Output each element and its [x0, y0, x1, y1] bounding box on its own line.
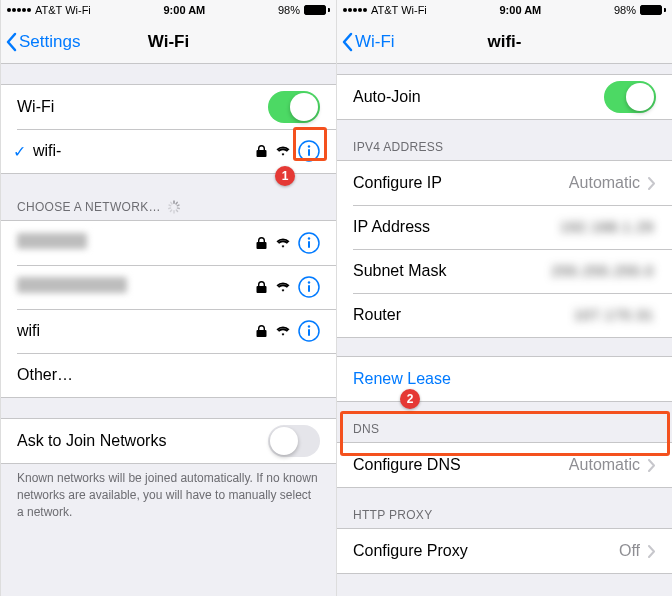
callout-1: 1: [275, 166, 295, 186]
subnet-mask-value: 255.255.255.0: [551, 263, 654, 279]
battery-percent: 98%: [614, 4, 636, 16]
wifi-icon: [276, 324, 290, 338]
configure-proxy-label: Configure Proxy: [353, 542, 619, 560]
screen-wifi-list: AT&T Wi-Fi 9:00 AM 98% Settings Wi-Fi Wi…: [0, 0, 336, 596]
clock-label: 9:00 AM: [500, 4, 542, 16]
back-button[interactable]: Settings: [1, 32, 80, 52]
subnet-mask-label: Subnet Mask: [353, 262, 551, 280]
status-bar: AT&T Wi-Fi 9:00 AM 98%: [1, 0, 336, 20]
http-proxy-header: HTTP PROXY: [337, 502, 672, 528]
info-icon[interactable]: [298, 232, 320, 254]
svg-line-12: [171, 202, 172, 204]
ip-address-row: IP Address 192.168.1.29: [337, 205, 672, 249]
ask-join-footer: Known networks will be joined automatica…: [1, 464, 336, 526]
signal-dots-icon: [343, 8, 367, 12]
ask-join-label: Ask to Join Networks: [17, 432, 268, 450]
ip-address-value: 192.168.1.29: [560, 219, 654, 235]
battery-icon: [640, 5, 666, 15]
configure-dns-row[interactable]: Configure DNS Automatic: [337, 443, 672, 487]
svg-line-7: [176, 210, 177, 212]
spinner-icon: [167, 200, 181, 214]
ask-join-switch[interactable]: [268, 425, 320, 457]
battery-percent: 98%: [278, 4, 300, 16]
configure-dns-value: Automatic: [569, 456, 640, 474]
chevron-right-icon: [648, 545, 656, 558]
network-name-blurred: [17, 233, 87, 249]
chevron-right-icon: [648, 177, 656, 190]
chevron-left-icon: [5, 32, 17, 52]
svg-rect-21: [308, 329, 310, 336]
ip-address-label: IP Address: [353, 218, 560, 236]
nav-bar: Wi-Fi wifi-: [337, 20, 672, 64]
chevron-right-icon: [648, 459, 656, 472]
back-button[interactable]: Wi-Fi: [337, 32, 395, 52]
info-icon[interactable]: [298, 276, 320, 298]
connected-network-name: wifi-: [33, 142, 254, 160]
svg-line-5: [177, 205, 179, 206]
svg-line-4: [176, 202, 177, 204]
configure-proxy-value: Off: [619, 542, 640, 560]
svg-line-6: [177, 208, 179, 209]
renew-lease-row[interactable]: Renew Lease: [337, 357, 672, 401]
subnet-mask-row: Subnet Mask 255.255.255.0: [337, 249, 672, 293]
wifi-icon: [276, 280, 290, 294]
network-name-blurred: [17, 277, 127, 293]
configure-ip-label: Configure IP: [353, 174, 569, 192]
svg-line-9: [170, 210, 171, 212]
network-name: wifi: [17, 322, 254, 340]
configure-dns-label: Configure DNS: [353, 456, 569, 474]
info-icon[interactable]: [298, 320, 320, 342]
wifi-icon: [276, 144, 290, 158]
network-row[interactable]: [1, 265, 336, 309]
battery-icon: [304, 5, 330, 15]
checkmark-icon: ✓: [13, 142, 33, 161]
configure-ip-row[interactable]: Configure IP Automatic: [337, 161, 672, 205]
back-label: Settings: [19, 32, 80, 52]
svg-rect-18: [308, 285, 310, 292]
wifi-toggle-switch[interactable]: [268, 91, 320, 123]
lock-icon: [254, 144, 268, 158]
renew-lease-label: Renew Lease: [353, 370, 656, 388]
svg-point-20: [308, 325, 310, 327]
svg-rect-2: [308, 149, 310, 156]
lock-icon: [254, 324, 268, 338]
svg-line-10: [168, 208, 170, 209]
signal-dots-icon: [7, 8, 31, 12]
other-network-row[interactable]: Other…: [1, 353, 336, 397]
back-label: Wi-Fi: [355, 32, 395, 52]
ask-join-row: Ask to Join Networks: [1, 419, 336, 463]
autojoin-label: Auto-Join: [353, 88, 604, 106]
configure-ip-value: Automatic: [569, 174, 640, 192]
wifi-toggle-row: Wi-Fi: [1, 85, 336, 129]
network-row[interactable]: [1, 221, 336, 265]
info-icon[interactable]: [298, 140, 320, 162]
autojoin-row: Auto-Join: [337, 75, 672, 119]
other-label: Other…: [17, 366, 320, 384]
ipv4-header: IPV4 ADDRESS: [337, 134, 672, 160]
carrier-label: AT&T Wi-Fi: [35, 4, 91, 16]
lock-icon: [254, 236, 268, 250]
svg-point-17: [308, 281, 310, 283]
router-row: Router 107.170.31: [337, 293, 672, 337]
dns-header: DNS: [337, 416, 672, 442]
carrier-label: AT&T Wi-Fi: [371, 4, 427, 16]
network-row[interactable]: wifi: [1, 309, 336, 353]
wifi-icon: [276, 236, 290, 250]
chevron-left-icon: [341, 32, 353, 52]
wifi-toggle-label: Wi-Fi: [17, 98, 268, 116]
configure-proxy-row[interactable]: Configure Proxy Off: [337, 529, 672, 573]
clock-label: 9:00 AM: [164, 4, 206, 16]
router-value: 107.170.31: [574, 307, 654, 323]
router-label: Router: [353, 306, 574, 324]
svg-line-11: [169, 205, 171, 206]
svg-rect-15: [308, 241, 310, 248]
svg-point-1: [308, 145, 310, 147]
lock-icon: [254, 280, 268, 294]
nav-bar: Settings Wi-Fi: [1, 20, 336, 64]
autojoin-switch[interactable]: [604, 81, 656, 113]
status-bar: AT&T Wi-Fi 9:00 AM 98%: [337, 0, 672, 20]
screen-wifi-detail: AT&T Wi-Fi 9:00 AM 98% Wi-Fi wifi- Auto-…: [336, 0, 672, 596]
svg-point-14: [308, 237, 310, 239]
callout-2: 2: [400, 389, 420, 409]
choose-network-header: CHOOSE A NETWORK…: [1, 194, 336, 220]
